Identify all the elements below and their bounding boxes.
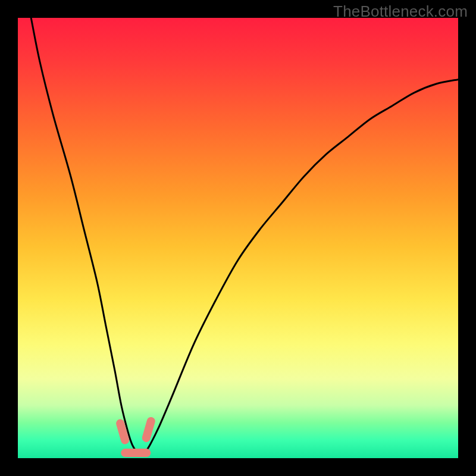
- chart-frame: TheBottleneck.com: [0, 0, 476, 476]
- curve-markers: [120, 421, 151, 453]
- marker-right: [146, 421, 151, 438]
- plot-area: [18, 18, 458, 458]
- bottleneck-curve: [31, 18, 458, 454]
- curve-svg: [18, 18, 458, 458]
- marker-left: [120, 424, 125, 440]
